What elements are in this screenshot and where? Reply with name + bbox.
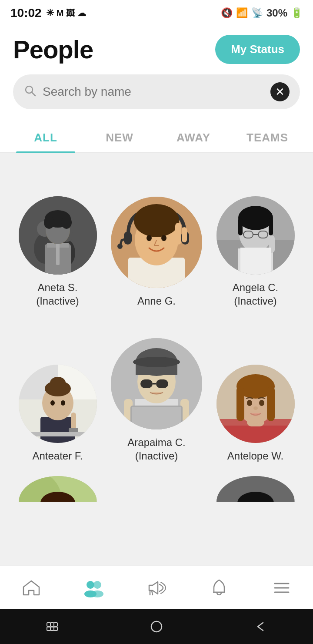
person-aneta[interactable]: Aneta S. (Inactive) xyxy=(9,183,107,321)
person-anne[interactable]: Anne G. xyxy=(107,162,206,321)
battery-icon: 🔋 xyxy=(291,7,303,19)
page-title: People xyxy=(13,35,93,64)
avatar-arapaima xyxy=(111,338,202,429)
megaphone-icon xyxy=(147,578,166,597)
status-time: 10:02 ✳ M 🖼 ☁ xyxy=(10,6,86,20)
svg-rect-108 xyxy=(50,623,54,626)
svg-rect-48 xyxy=(50,382,66,391)
mute-icon: 🔇 xyxy=(221,7,233,19)
search-clear-button[interactable]: ✕ xyxy=(270,82,290,101)
search-bar: ✕ xyxy=(13,74,300,109)
avatar-angela xyxy=(216,196,295,275)
svg-rect-38 xyxy=(240,248,271,275)
svg-rect-113 xyxy=(151,621,162,632)
status-bar: 10:02 ✳ M 🖼 ☁ 🔇 📶 📡 30% 🔋 xyxy=(0,0,313,26)
search-container: ✕ xyxy=(0,74,313,121)
status-icons-left: ✳ M 🖼 ☁ xyxy=(46,7,87,19)
people-grid: Aneta S. (Inactive) xyxy=(0,153,313,607)
svg-rect-25 xyxy=(175,223,181,245)
person-arapaima[interactable]: Arapaima C. (Inactive) xyxy=(107,321,206,476)
svg-rect-26 xyxy=(182,227,187,242)
person-name-anne: Anne G. xyxy=(137,294,176,308)
svg-rect-110 xyxy=(47,627,50,631)
svg-point-92 xyxy=(234,513,243,526)
person-anteater[interactable]: Anteater F. xyxy=(9,360,107,476)
person-partial-right[interactable] xyxy=(206,476,304,528)
svg-rect-59 xyxy=(140,379,153,388)
svg-point-98 xyxy=(93,581,101,589)
svg-point-96 xyxy=(253,522,258,526)
svg-point-24 xyxy=(161,235,166,241)
person-antelope[interactable]: Antelope W. xyxy=(206,360,304,476)
svg-line-1 xyxy=(32,92,35,96)
svg-rect-33 xyxy=(269,218,273,235)
person-name-angela: Angela C. (Inactive) xyxy=(233,281,278,308)
nav-people[interactable] xyxy=(63,566,125,609)
svg-point-50 xyxy=(61,400,65,406)
svg-rect-74 xyxy=(267,386,275,421)
android-recents[interactable] xyxy=(45,619,60,634)
svg-rect-43 xyxy=(71,413,76,430)
android-nav xyxy=(0,609,313,644)
menu-icon xyxy=(272,578,291,597)
battery-display: 30% xyxy=(266,7,287,19)
svg-point-97 xyxy=(87,581,94,589)
image-icon: 🖼 xyxy=(66,8,75,18)
android-back[interactable] xyxy=(253,619,268,634)
time-display: 10:02 xyxy=(10,6,42,20)
nav-menu[interactable] xyxy=(250,566,313,609)
my-status-button[interactable]: My Status xyxy=(215,35,300,64)
svg-rect-107 xyxy=(47,623,50,626)
svg-rect-9 xyxy=(56,243,60,265)
svg-rect-60 xyxy=(156,379,168,388)
search-input[interactable] xyxy=(43,85,264,99)
person-partial-left[interactable] xyxy=(9,476,107,528)
person-name-antelope: Antelope W. xyxy=(227,449,283,463)
svg-point-91 xyxy=(237,492,274,514)
status-icons-right: 🔇 📶 📡 30% 🔋 xyxy=(221,7,303,19)
bottom-nav xyxy=(0,566,313,609)
bell-icon xyxy=(210,578,229,597)
tab-away[interactable]: AWAY xyxy=(156,121,230,152)
svg-point-22 xyxy=(134,204,179,237)
svg-rect-84 xyxy=(40,503,46,523)
svg-point-77 xyxy=(253,406,258,410)
home-icon xyxy=(22,578,41,597)
tab-all[interactable]: ALL xyxy=(9,121,83,152)
mail-icon: M xyxy=(57,8,64,18)
person-name-arapaima: Arapaima C. (Inactive) xyxy=(127,436,185,463)
svg-rect-51 xyxy=(19,432,97,436)
android-home[interactable] xyxy=(149,619,164,634)
nav-home[interactable] xyxy=(0,566,63,609)
svg-point-94 xyxy=(247,516,252,522)
svg-rect-111 xyxy=(50,627,54,631)
svg-point-58 xyxy=(133,357,180,367)
avatar-aneta xyxy=(19,196,97,275)
cloud-icon: ☁ xyxy=(77,8,86,18)
people-icon xyxy=(83,578,105,597)
svg-point-83 xyxy=(40,492,75,514)
tab-new[interactable]: NEW xyxy=(83,121,156,152)
avatar-partial-right xyxy=(216,476,295,528)
svg-rect-73 xyxy=(236,386,244,421)
svg-rect-109 xyxy=(54,623,57,626)
svg-point-13 xyxy=(44,216,54,229)
nav-notifications[interactable] xyxy=(188,566,250,609)
avatar-partial-left xyxy=(19,476,97,528)
tab-teams[interactable]: TEAMS xyxy=(230,121,304,152)
search-icon xyxy=(23,84,37,100)
svg-point-14 xyxy=(61,216,72,229)
svg-point-31 xyxy=(238,206,273,230)
person-angela[interactable]: Angela C. (Inactive) xyxy=(206,183,304,321)
avatar-antelope xyxy=(216,365,295,443)
svg-point-23 xyxy=(147,235,152,241)
person-name-anteater: Anteater F. xyxy=(32,449,83,463)
svg-point-82 xyxy=(41,500,74,528)
svg-point-86 xyxy=(61,517,66,522)
svg-point-85 xyxy=(50,517,54,522)
close-icon: ✕ xyxy=(275,85,285,99)
svg-point-90 xyxy=(238,500,273,528)
svg-point-76 xyxy=(259,400,264,406)
nav-announcements[interactable] xyxy=(125,566,188,609)
header: People My Status xyxy=(0,26,313,74)
